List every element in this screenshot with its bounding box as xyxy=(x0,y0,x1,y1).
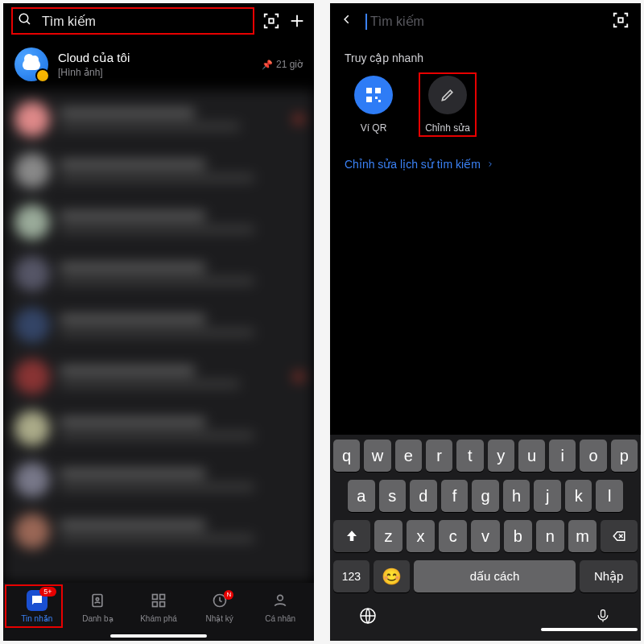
svg-rect-17 xyxy=(375,97,378,99)
nav-label: Khám phá xyxy=(140,614,177,623)
key-w[interactable]: w xyxy=(364,440,390,472)
svg-point-0 xyxy=(19,14,28,23)
nav-label: Nhật ký xyxy=(205,614,233,623)
search-input[interactable]: Tìm kiếm xyxy=(365,14,602,31)
key-v[interactable]: v xyxy=(471,520,499,552)
key-numbers[interactable]: 123 xyxy=(333,560,369,592)
qr-scan-icon[interactable] xyxy=(262,12,280,30)
bottom-nav: Tin nhắn 5+ Danh bạ Khám phá Nhật ký N xyxy=(3,583,314,641)
cloud-item[interactable]: Cloud của tôi [Hình ảnh] 📌 21 giờ xyxy=(3,39,314,90)
search-bar[interactable]: Tìm kiếm xyxy=(11,7,254,35)
keyboard-row-1: q w e r t y u i o p xyxy=(333,440,638,472)
search-placeholder: Tìm kiếm xyxy=(42,14,96,29)
contacts-icon xyxy=(87,590,108,611)
nav-messages[interactable]: Tin nhắn 5+ xyxy=(6,590,68,623)
key-m[interactable]: m xyxy=(568,520,597,552)
cloud-meta: 📌 21 giờ xyxy=(262,59,303,70)
quick-access-section: Truy cập nhanh Ví QR Chỉnh sửa xyxy=(330,40,641,145)
key-r[interactable]: r xyxy=(426,440,452,472)
search-screen: Tìm kiếm Truy cập nhanh Ví QR Chỉnh sửa … xyxy=(330,3,641,641)
key-g[interactable]: g xyxy=(472,480,499,512)
keyboard-row-2: a s d f g h j k l xyxy=(333,480,638,512)
key-u[interactable]: u xyxy=(518,440,545,472)
svg-rect-15 xyxy=(375,88,381,93)
cloud-title: Cloud của tôi xyxy=(58,51,252,65)
pin-icon: 📌 xyxy=(262,60,273,70)
svg-rect-20 xyxy=(601,610,605,617)
add-icon[interactable] xyxy=(288,12,306,30)
key-f[interactable]: f xyxy=(441,480,469,512)
key-l[interactable]: l xyxy=(596,480,623,512)
key-k[interactable]: k xyxy=(565,480,592,512)
key-c[interactable]: c xyxy=(439,520,467,552)
nav-discover[interactable]: Khám phá xyxy=(128,590,189,623)
search-icon xyxy=(18,12,32,30)
nav-diary[interactable]: Nhật ký N xyxy=(189,590,250,623)
qr-wallet-icon xyxy=(354,76,393,114)
key-o[interactable]: o xyxy=(580,440,606,472)
messages-screen: Tìm kiếm Cloud của tôi [Hình ảnh] 📌 21 g… xyxy=(3,3,314,641)
key-j[interactable]: j xyxy=(534,480,561,512)
home-indicator[interactable] xyxy=(110,634,207,638)
keyboard-row-3: z x c v b n m xyxy=(333,520,638,552)
svg-rect-7 xyxy=(152,594,157,599)
svg-rect-14 xyxy=(366,88,372,93)
svg-rect-18 xyxy=(378,100,381,102)
quick-item-qr[interactable]: Ví QR xyxy=(345,76,402,134)
back-icon[interactable] xyxy=(341,11,356,32)
cloud-avatar-icon xyxy=(14,47,48,81)
key-t[interactable]: t xyxy=(456,440,483,472)
key-b[interactable]: b xyxy=(504,520,532,552)
svg-rect-9 xyxy=(152,601,157,606)
svg-line-1 xyxy=(27,21,30,24)
svg-rect-8 xyxy=(160,594,165,599)
key-y[interactable]: y xyxy=(488,440,514,472)
key-n[interactable]: n xyxy=(536,520,564,552)
key-q[interactable]: q xyxy=(333,440,360,472)
qr-scan-icon[interactable] xyxy=(612,11,630,32)
key-p[interactable]: p xyxy=(611,440,638,472)
quick-item-edit[interactable]: Chỉnh sửa xyxy=(419,72,477,137)
nav-badge: 5+ xyxy=(39,587,56,597)
key-shift[interactable] xyxy=(333,520,370,552)
edit-search-history-link[interactable]: Chỉnh sửa lịch sử tìm kiếm xyxy=(330,145,641,184)
mic-icon[interactable] xyxy=(592,605,613,626)
key-z[interactable]: z xyxy=(374,520,402,552)
quick-access-title: Truy cập nhanh xyxy=(345,52,626,64)
history-link-text: Chỉnh sửa lịch sử tìm kiếm xyxy=(345,158,481,171)
key-d[interactable]: d xyxy=(410,480,437,512)
nav-label: Cá nhân xyxy=(265,614,295,623)
top-bar: Tìm kiếm xyxy=(330,3,641,40)
nav-badge-n: N xyxy=(224,590,233,600)
pencil-icon xyxy=(428,76,467,114)
key-space[interactable]: dấu cách xyxy=(414,560,576,592)
chevron-right-icon xyxy=(487,159,493,169)
svg-rect-16 xyxy=(366,97,372,102)
chat-list-blurred xyxy=(3,90,314,583)
search-placeholder: Tìm kiếm xyxy=(370,14,424,28)
discover-icon xyxy=(148,590,169,611)
svg-rect-10 xyxy=(160,601,165,606)
nav-label: Danh bạ xyxy=(82,614,113,623)
quick-label: Chỉnh sửa xyxy=(425,122,470,134)
nav-contacts[interactable]: Danh bạ xyxy=(68,590,129,623)
key-a[interactable]: a xyxy=(348,480,375,512)
home-indicator[interactable] xyxy=(541,628,638,631)
key-h[interactable]: h xyxy=(503,480,530,512)
nav-profile[interactable]: Cá nhân xyxy=(250,590,311,623)
key-emoji[interactable]: 😊 xyxy=(374,560,410,592)
globe-icon[interactable] xyxy=(357,605,378,626)
keyboard-row-4: 123 😊 dấu cách Nhập xyxy=(333,560,638,592)
key-s[interactable]: s xyxy=(379,480,407,512)
key-enter[interactable]: Nhập xyxy=(580,560,638,592)
cloud-subtitle: [Hình ảnh] xyxy=(58,67,252,78)
svg-point-12 xyxy=(278,595,283,601)
key-x[interactable]: x xyxy=(407,520,435,552)
keyboard: q w e r t y u i o p a s d f g h j k l z xyxy=(330,435,641,641)
key-i[interactable]: i xyxy=(549,440,576,472)
quick-access-row: Ví QR Chỉnh sửa xyxy=(345,76,626,134)
key-backspace[interactable] xyxy=(601,520,638,552)
svg-point-6 xyxy=(97,597,99,600)
profile-icon xyxy=(270,590,291,611)
key-e[interactable]: e xyxy=(395,440,422,472)
